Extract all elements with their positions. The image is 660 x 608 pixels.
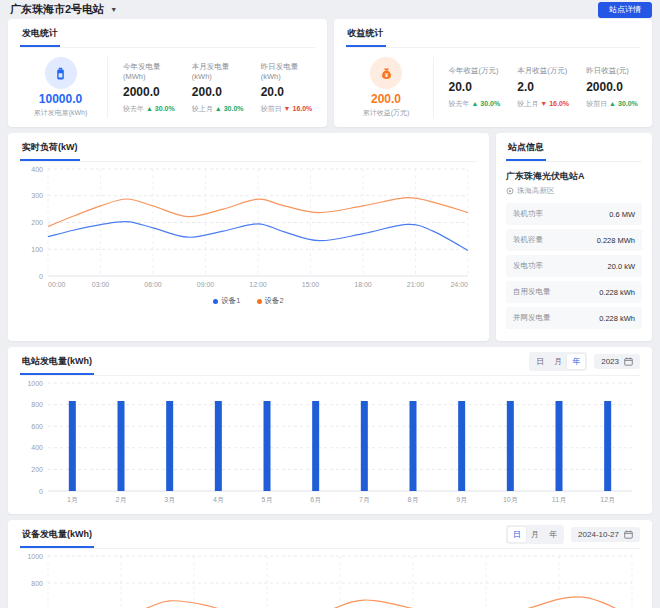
svg-text:9月: 9月: [456, 496, 467, 504]
station-name: 广东珠海市2号电站: [10, 2, 104, 17]
svg-text:24:00: 24:00: [450, 281, 468, 288]
svg-text:15:00: 15:00: [302, 281, 320, 288]
legend-item-device2[interactable]: 设备2: [257, 296, 284, 306]
svg-text:300: 300: [31, 192, 43, 199]
svg-text:600: 600: [31, 423, 43, 430]
svg-text:6月: 6月: [310, 496, 321, 504]
svg-text:1000: 1000: [27, 553, 43, 560]
svg-text:800: 800: [31, 580, 43, 587]
legend-dot-orange: [257, 299, 262, 304]
arrow-down-icon: ▼: [540, 100, 547, 107]
svg-text:0: 0: [39, 273, 43, 280]
realtime-load-tab: 实时负荷(kW): [20, 133, 80, 161]
delta-up-badge: ▲ 30.0%: [609, 100, 638, 107]
svg-text:3月: 3月: [164, 496, 175, 504]
station-generation-card: 电站发电量(kWh) 日 月 年 2023 020040060080010001…: [8, 347, 652, 514]
svg-text:00:00: 00:00: [48, 281, 66, 288]
generation-stats-card: 发电统计 10000.0 累计发电量(kWh) 今年发电量(MWh) 2000.…: [8, 19, 327, 127]
revenue-stats-card: 收益统计 ¥ 200.0 累计收益(万元) 今年收益(万元) 20.0 较去年 …: [334, 19, 653, 127]
realtime-load-chart[interactable]: 010020030040000:0003:0006:0009:0012:0015…: [20, 162, 476, 291]
metric-month-revenue: 本月收益(万元) 2.0 较上月 ▼ 16.0%: [502, 66, 571, 109]
total-revenue-value: 200.0: [346, 92, 427, 106]
device-generation-tab: 设备发电量(kWh): [20, 520, 94, 548]
chevron-down-icon: ▼: [110, 6, 117, 13]
svg-text:100: 100: [31, 246, 43, 253]
arrow-down-icon: ▼: [284, 105, 291, 112]
svg-text:4月: 4月: [213, 496, 224, 504]
delta-up-badge: ▲ 30.0%: [215, 105, 244, 112]
stats-row: 发电统计 10000.0 累计发电量(kWh) 今年发电量(MWh) 2000.…: [0, 19, 660, 127]
realtime-load-card: 实时负荷(kW) 010020030040000:0003:0006:0009:…: [8, 133, 489, 341]
toggle-day[interactable]: 日: [531, 354, 549, 369]
svg-text:8月: 8月: [408, 496, 419, 504]
arrow-up-icon: ▲: [471, 100, 478, 107]
topbar: 广东珠海市2号电站 ▼ 站点详情: [0, 0, 660, 19]
station-generation-tab: 电站发电量(kWh): [20, 347, 94, 375]
svg-text:09:00: 09:00: [197, 281, 215, 288]
total-generation-value: 10000.0: [20, 92, 101, 106]
total-generation-block: 10000.0 累计发电量(kWh): [20, 57, 108, 118]
total-revenue-block: ¥ 200.0 累计收益(万元): [346, 57, 434, 118]
location-pin-icon: [506, 187, 514, 195]
svg-text:21:00: 21:00: [407, 281, 425, 288]
toggle-year[interactable]: 年: [567, 354, 585, 369]
delta-up-badge: ▲ 30.0%: [146, 105, 175, 112]
svg-text:03:00: 03:00: [92, 281, 110, 288]
svg-text:400: 400: [31, 166, 43, 173]
delta-up-badge: ▲ 30.0%: [471, 100, 500, 107]
date-picker[interactable]: 2024-10-27: [571, 527, 640, 542]
period-toggle-device: 日 月 年: [506, 525, 564, 544]
svg-text:400: 400: [31, 444, 43, 451]
site-row-installed-capacity: 装机容量0.228 MWh: [506, 229, 642, 251]
site-row-self-use: 自用发电量0.228 kWh: [506, 281, 642, 303]
legend-dot-blue: [213, 299, 218, 304]
toggle-day[interactable]: 日: [508, 527, 526, 542]
svg-text:12月: 12月: [600, 496, 615, 504]
site-info-card: 站点信息 广东珠海光伏电站A 珠海高新区 装机功率0.6 MW 装机容量0.22…: [496, 133, 652, 341]
legend-item-device1[interactable]: 设备1: [213, 296, 240, 306]
delta-down-badge: ▼ 16.0%: [284, 105, 313, 112]
svg-text:11月: 11月: [552, 496, 566, 504]
svg-text:18:00: 18:00: [354, 281, 372, 288]
site-info-tab: 站点信息: [506, 133, 546, 161]
svg-text:200: 200: [31, 219, 43, 226]
metric-yesterday-revenue: 昨日收益(元) 2000.0 较前日 ▲ 30.0%: [571, 66, 640, 109]
site-station-name: 广东珠海光伏电站A: [506, 170, 642, 183]
site-row-grid-connected: 并网发电量0.228 kWh: [506, 307, 642, 329]
metric-year-generation: 今年发电量(MWh) 2000.0 较去年 ▲ 30.0%: [108, 62, 177, 114]
svg-text:1000: 1000: [27, 380, 43, 387]
site-row-installed-power: 装机功率0.6 MW: [506, 203, 642, 225]
device-generation-chart[interactable]: 02004006008001000: [20, 549, 640, 608]
svg-text:7月: 7月: [359, 496, 370, 504]
svg-text:5月: 5月: [262, 496, 273, 504]
metric-month-generation: 本月发电量(kWh) 200.0 较上月 ▲ 30.0%: [177, 62, 246, 114]
arrow-up-icon: ▲: [215, 105, 222, 112]
svg-text:06:00: 06:00: [144, 281, 162, 288]
total-revenue-label: 累计收益(万元): [346, 108, 427, 118]
svg-text:10月: 10月: [503, 496, 518, 504]
toggle-month[interactable]: 月: [526, 527, 544, 542]
toggle-year[interactable]: 年: [544, 527, 562, 542]
metric-yesterday-generation: 昨日发电量(kWh) 20.0 较前日 ▼ 16.0%: [246, 62, 315, 114]
station-selector[interactable]: 广东珠海市2号电站 ▼: [10, 2, 117, 17]
generation-stats-tab: 发电统计: [20, 19, 60, 47]
revenue-stats-tab: 收益统计: [346, 19, 386, 47]
svg-text:200: 200: [31, 466, 43, 473]
period-toggle-station: 日 月 年: [529, 352, 587, 371]
year-picker[interactable]: 2023: [594, 354, 640, 369]
arrow-up-icon: ▲: [609, 100, 616, 107]
toggle-month[interactable]: 月: [549, 354, 567, 369]
site-row-generation-power: 发电功率20.0 kW: [506, 255, 642, 277]
svg-text:800: 800: [31, 401, 43, 408]
total-generation-label: 累计发电量(kWh): [20, 108, 101, 118]
svg-text:2月: 2月: [116, 496, 127, 504]
battery-icon: [45, 57, 77, 89]
svg-text:12:00: 12:00: [249, 281, 267, 288]
calendar-icon: [624, 357, 633, 366]
station-generation-chart[interactable]: 020040060080010001月2月3月4月5月6月7月8月9月10月11…: [20, 376, 640, 506]
main-row: 实时负荷(kW) 010020030040000:0003:0006:0009:…: [0, 133, 660, 341]
site-district: 珠海高新区: [517, 186, 555, 196]
arrow-up-icon: ▲: [146, 105, 153, 112]
delta-down-badge: ▼ 16.0%: [540, 100, 569, 107]
site-detail-button[interactable]: 站点详情: [598, 2, 652, 18]
